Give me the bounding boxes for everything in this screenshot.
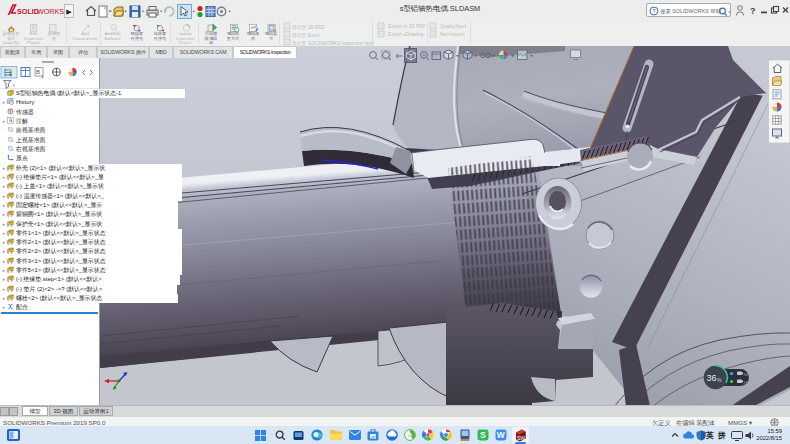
svg-text:WORKS: WORKS [37, 7, 64, 16]
svg-text:?: ? [652, 8, 656, 14]
svg-text:B: B [36, 69, 40, 75]
svg-text:S: S [480, 430, 486, 440]
svg-text:SOLID: SOLID [17, 7, 39, 16]
svg-text:A: A [9, 117, 13, 123]
svg-text:KB: KB [744, 381, 749, 385]
svg-text:36: 36 [707, 373, 717, 383]
svg-text:W: W [497, 430, 505, 440]
svg-text:%: % [717, 377, 722, 383]
svg-text:?: ? [750, 6, 756, 16]
svg-text:KB: KB [744, 373, 749, 377]
svg-text:SW: SW [517, 434, 525, 440]
